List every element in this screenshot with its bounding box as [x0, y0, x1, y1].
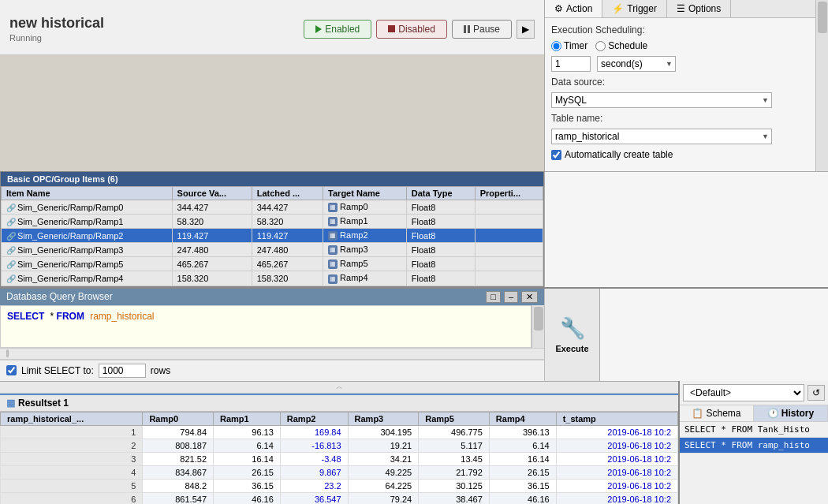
data-col-header: Ramp2	[280, 412, 348, 425]
autocreate-checkbox-label[interactable]: Automatically create table	[551, 149, 673, 160]
collapse-btn[interactable]: ▶	[517, 20, 535, 39]
table-cell: 821.52	[143, 452, 214, 465]
opc-cell-dtype: Float8	[406, 229, 475, 243]
execute-btn-area[interactable]: 🔧 Execute	[544, 289, 599, 381]
tab-trigger[interactable]: ⚡ Trigger	[602, 0, 667, 17]
minimize-btn[interactable]: –	[504, 291, 518, 303]
schedule-label: Schedule	[608, 40, 647, 51]
table-row[interactable]: 4834.86726.159.86749.22521.79226.152019-…	[1, 465, 678, 479]
close-btn[interactable]: ✕	[521, 291, 538, 303]
sql-table: ramp_historical	[90, 311, 154, 322]
disabled-button[interactable]: Disabled	[376, 20, 447, 39]
col-props: Properti...	[475, 187, 543, 200]
autocreate-checkbox[interactable]	[551, 150, 561, 160]
tab-options[interactable]: ☰ Options	[667, 0, 731, 17]
sql-vscrollbar[interactable]	[531, 305, 544, 348]
schema-label: Schema	[707, 408, 741, 419]
timer-unit-select[interactable]: second(s)	[597, 56, 676, 72]
app-subtitle: Running	[9, 33, 304, 43]
sql-editor[interactable]: SELECT * FROM ramp_historical	[0, 305, 531, 348]
execution-label: Execution Scheduling:	[551, 24, 645, 35]
opc-cell-props	[475, 229, 543, 243]
table-cell: 30.125	[419, 479, 490, 492]
limit-checkbox[interactable]	[6, 365, 17, 375]
options-icon: ☰	[677, 3, 685, 14]
lightning-icon: ⚡	[612, 3, 624, 14]
rp-tab-schema[interactable]: 📋 Schema	[680, 405, 754, 421]
rp-refresh-btn[interactable]: ↺	[807, 385, 825, 401]
table-cell: 6	[1, 492, 143, 504]
opc-section: Basic OPC/Group Items (6) Item Name Sour…	[0, 171, 544, 287]
data-table-wrapper[interactable]: ramp_historical_...Ramp0Ramp1Ramp2Ramp3R…	[0, 412, 678, 504]
history-item[interactable]: SELECT * FROM Tank_Histo	[680, 422, 828, 438]
app-title: new historical	[9, 15, 304, 32]
resultset-tab[interactable]: ▦ Resultset 1	[0, 394, 678, 412]
opc-row[interactable]: 🔗Sim_Generic/Ramp/Ramp1 58.320 58.320 ▦R…	[2, 215, 543, 229]
sql-hscroll[interactable]	[0, 349, 544, 360]
timer-value-input[interactable]	[551, 56, 591, 72]
rp-dropdown-row: <Default> ↺	[680, 381, 828, 405]
opc-cell-props	[475, 243, 543, 257]
opc-cell-target: ▦Ramp0	[323, 200, 407, 215]
col-target: Target Name	[323, 187, 407, 200]
data-col-header: Ramp3	[348, 412, 419, 425]
data-col-header: Ramp1	[214, 412, 281, 425]
table-row[interactable]: 5848.236.1523.264.22530.12536.152019-06-…	[1, 479, 678, 492]
timer-label: Timer	[564, 40, 587, 51]
table-cell: 2019-06-18 10:2	[556, 452, 677, 465]
table-row[interactable]: 6861.54746.1636.54779.2438.46746.162019-…	[1, 492, 678, 504]
rp-tab-history[interactable]: 🕐 History	[754, 405, 828, 421]
table-cell: -3.48	[280, 452, 348, 465]
restore-btn[interactable]: □	[486, 291, 501, 303]
opc-cell-latched: 58.320	[252, 215, 323, 229]
table-cell: 26.15	[214, 465, 281, 479]
table-cell: 64.225	[348, 479, 419, 492]
datasource-select[interactable]: MySQL	[551, 92, 772, 108]
table-cell: 808.187	[143, 439, 214, 452]
opc-cell-source: 158.320	[172, 271, 252, 286]
data-col-header: Ramp5	[419, 412, 490, 425]
pause-button[interactable]: Pause	[452, 20, 512, 39]
table-row[interactable]: 3821.5216.14-3.4834.2113.4516.142019-06-…	[1, 452, 678, 465]
opc-cell-latched: 465.267	[252, 257, 323, 271]
table-cell: 9.867	[280, 465, 348, 479]
table-row[interactable]: 2808.1876.14-16.81319.215.1176.142019-06…	[1, 439, 678, 452]
tab-action[interactable]: ⚙ Action	[545, 0, 602, 17]
table-cell: 834.867	[143, 465, 214, 479]
play-icon	[315, 25, 322, 33]
opc-cell-dtype: Float8	[406, 243, 475, 257]
tab-action-label: Action	[566, 3, 592, 14]
history-item[interactable]: SELECT * FROM ramp_histo	[680, 438, 828, 454]
col-dtype: Data Type	[406, 187, 475, 200]
tablename-select[interactable]: ramp_historical	[551, 129, 772, 144]
timer-radio[interactable]: Timer	[551, 40, 587, 51]
opc-cell-name: 🔗Sim_Generic/Ramp/Ramp1	[2, 215, 173, 229]
pause-icon	[464, 25, 470, 33]
table-cell: 3	[1, 452, 143, 465]
table-cell: 49.225	[348, 465, 419, 479]
opc-row[interactable]: 🔗Sim_Generic/Ramp/Ramp4 158.320 158.320 …	[2, 271, 543, 286]
opc-row[interactable]: 🔗Sim_Generic/Ramp/Ramp3 247.480 247.480 …	[2, 243, 543, 257]
limit-input[interactable]	[99, 364, 146, 378]
config-scrollbar[interactable]	[815, 0, 828, 171]
limit-label: Limit SELECT to:	[21, 365, 94, 376]
opc-cell-name: 🔗Sim_Generic/Ramp/Ramp4	[2, 271, 173, 286]
opc-cell-name: 🔗Sim_Generic/Ramp/Ramp2	[2, 229, 173, 243]
schedule-radio[interactable]: Schedule	[595, 40, 647, 51]
table-cell: 2019-06-18 10:2	[556, 425, 677, 439]
opc-cell-source: 247.480	[172, 243, 252, 257]
table-cell: 6.14	[214, 439, 281, 452]
table-row[interactable]: 1794.8496.13169.84304.195496.775396.1320…	[1, 425, 678, 439]
data-table: ramp_historical_...Ramp0Ramp1Ramp2Ramp3R…	[0, 412, 678, 504]
enabled-button[interactable]: Enabled	[304, 20, 371, 39]
col-source: Source Va...	[172, 187, 252, 200]
opc-row[interactable]: 🔗Sim_Generic/Ramp/Ramp2 119.427 119.427 …	[2, 229, 543, 243]
rp-dropdown[interactable]: <Default>	[683, 384, 804, 401]
opc-cell-props	[475, 200, 543, 215]
data-col-header: t_stamp	[556, 412, 677, 425]
opc-row[interactable]: 🔗Sim_Generic/Ramp/Ramp0 344.427 344.427 …	[2, 200, 543, 215]
table-cell: -16.813	[280, 439, 348, 452]
opc-row[interactable]: 🔗Sim_Generic/Ramp/Ramp5 465.267 465.267 …	[2, 257, 543, 271]
table-cell: 26.15	[489, 465, 556, 479]
opc-cell-props	[475, 257, 543, 271]
